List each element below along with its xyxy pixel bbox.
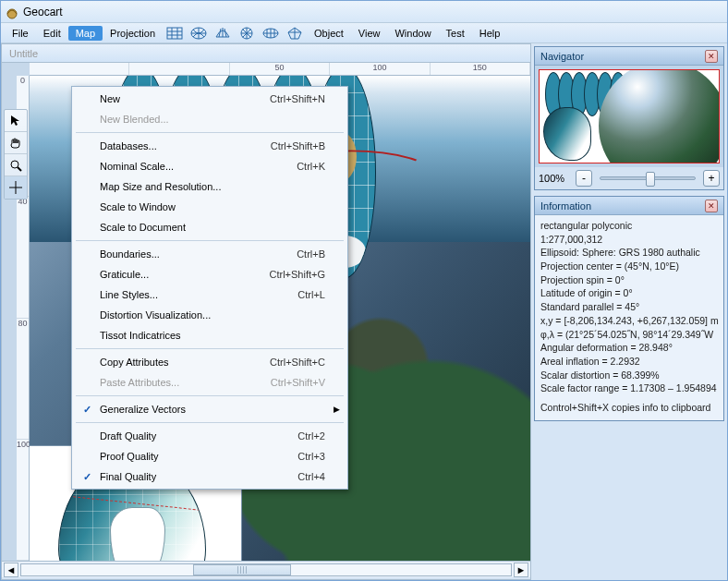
map-menu-dropdown[interactable]: NewCtrl+Shift+NNew Blended...Databases..… — [71, 86, 348, 490]
ruler-tick: 100 — [330, 63, 430, 75]
menu-item[interactable]: Tissot Indicatrices — [74, 325, 346, 345]
menu-item[interactable]: NewCtrl+Shift+N — [74, 89, 346, 109]
grid-icon[interactable] — [164, 25, 185, 42]
crosshair-tool[interactable] — [5, 176, 27, 199]
body: Untitle 50 100 150 0 40 80 100 — [1, 43, 727, 580]
menu-item-label: Final Quality — [100, 471, 297, 482]
menu-item[interactable]: Copy AttributesCtrl+Shift+C — [74, 352, 346, 372]
fan-icon[interactable] — [212, 25, 233, 42]
menu-item-label: Scale to Window — [100, 201, 325, 212]
menu-item-label: Graticule... — [100, 269, 269, 280]
menu-item-label: Nominal Scale... — [100, 161, 297, 172]
menu-item[interactable]: ✓Generalize Vectors▶ — [74, 399, 346, 419]
nav-globe — [599, 69, 720, 163]
submenu-arrow-icon: ▶ — [334, 405, 340, 414]
pentagon-icon[interactable] — [285, 25, 305, 42]
menu-item[interactable]: Scale to Document — [74, 217, 346, 237]
info-line: Projection center = (45°N, 10°E) — [540, 260, 718, 273]
menu-map[interactable]: Map — [68, 26, 103, 41]
info-line: x,y = [-8,206,134.243, +6,267,132.059] m — [540, 314, 718, 328]
zoom-in-button[interactable]: + — [703, 170, 720, 187]
menu-item[interactable]: Nominal Scale...Ctrl+K — [74, 156, 346, 176]
close-icon[interactable]: ✕ — [705, 50, 718, 63]
zoom-tool[interactable] — [5, 154, 27, 176]
svg-line-8 — [18, 167, 21, 171]
menu-item-shortcut: Ctrl+4 — [297, 471, 325, 482]
scroll-thumb[interactable] — [193, 564, 291, 575]
scroll-track[interactable] — [20, 563, 512, 576]
app-title: Geocart — [23, 6, 63, 18]
tool-palette[interactable] — [4, 109, 28, 200]
ruler-horizontal: 50 100 150 — [30, 63, 530, 76]
info-line: 1:277,000,312 — [540, 233, 718, 247]
zoom-out-button[interactable]: - — [576, 170, 592, 187]
ruler-tick: 80 — [17, 319, 29, 440]
title-bar: Geocart — [1, 1, 727, 23]
document-titlebar: Untitle — [2, 44, 530, 63]
menu-view[interactable]: View — [351, 26, 388, 41]
menu-projection[interactable]: Projection — [103, 26, 163, 41]
ruler-tick: 150 — [431, 63, 530, 75]
information-panel: Information ✕ rectangular polyconic 1:27… — [534, 196, 724, 421]
info-line: Areal inflation = 2.2932 — [540, 355, 718, 369]
menu-item-shortcut: Ctrl+B — [297, 248, 325, 260]
menu-item[interactable]: Distortion Visualization... — [74, 305, 346, 325]
close-icon[interactable]: ✕ — [705, 200, 718, 212]
menu-item: Paste Attributes...Ctrl+Shift+V — [74, 372, 346, 393]
menu-test[interactable]: Test — [439, 26, 472, 41]
right-column: Navigator ✕ — [531, 43, 727, 580]
menu-item[interactable]: Proof QualityCtrl+3 — [74, 446, 346, 466]
menu-item-shortcut: Ctrl+Shift+N — [270, 93, 325, 104]
information-body: rectangular polyconic 1:277,000,312 Elli… — [535, 215, 723, 420]
menu-item[interactable]: Scale to Window — [74, 197, 346, 217]
menu-item[interactable]: Draft QualityCtrl+2 — [74, 426, 346, 446]
info-line: φ,λ = (21°25´54.025˝N, 98°14´29.349˝W — [540, 328, 718, 342]
check-icon: ✓ — [79, 404, 94, 416]
menu-item-label: Distortion Visualization... — [100, 309, 325, 321]
pointer-tool[interactable] — [5, 110, 27, 132]
menu-item-label: New — [100, 93, 270, 104]
info-line: Scalar distortion = 68.399% — [540, 369, 718, 382]
menu-item-shortcut: Ctrl+K — [297, 161, 325, 172]
oval-icon[interactable] — [188, 25, 209, 42]
menu-item[interactable]: Databases...Ctrl+Shift+B — [74, 136, 346, 156]
horizontal-scrollbar[interactable]: ◄ ► — [2, 561, 530, 577]
menu-item[interactable]: Map Size and Resolution... — [74, 176, 346, 197]
hand-tool[interactable] — [5, 132, 27, 154]
scroll-right-arrow-icon[interactable]: ► — [514, 563, 528, 577]
information-title: Information — [540, 200, 591, 212]
menu-item[interactable]: Graticule...Ctrl+Shift+G — [74, 264, 346, 284]
nav-inset — [543, 107, 591, 161]
menu-item-label: Tissot Indicatrices — [100, 330, 325, 341]
navigator-title-bar[interactable]: Navigator ✕ — [535, 47, 723, 66]
menu-item-label: Line Styles... — [100, 289, 297, 300]
app-icon — [5, 5, 19, 19]
zoom-slider[interactable] — [600, 176, 696, 180]
menu-edit[interactable]: Edit — [36, 26, 68, 41]
menu-file[interactable]: File — [5, 26, 36, 41]
menu-item-shortcut: Ctrl+L — [297, 289, 325, 300]
navigator-preview[interactable] — [539, 69, 720, 163]
app-window: Geocart File Edit Map Projection Object … — [0, 0, 728, 581]
menu-object[interactable]: Object — [307, 26, 351, 41]
check-icon: ✓ — [79, 471, 94, 483]
menu-item-label: Boundaries... — [100, 248, 297, 260]
menu-help[interactable]: Help — [472, 26, 508, 41]
zoom-slider-handle[interactable] — [646, 172, 655, 187]
info-line: Ellipsoid: Sphere: GRS 1980 authalic — [540, 246, 718, 260]
scroll-left-arrow-icon[interactable]: ◄ — [4, 563, 18, 577]
info-line: Standard parallel = 45° — [540, 300, 718, 314]
info-line: Scale factor range = 1.17308 – 1.954894 — [540, 381, 718, 395]
menu-item[interactable]: Boundaries...Ctrl+B — [74, 244, 346, 264]
navigator-controls: 100% - + — [535, 167, 723, 189]
menu-item-shortcut: Ctrl+Shift+G — [269, 269, 325, 280]
wheel-icon[interactable] — [237, 25, 257, 42]
menu-item[interactable]: ✓Final QualityCtrl+4 — [74, 466, 346, 487]
info-line: Angular deformation = 28.948° — [540, 341, 718, 355]
navigator-title: Navigator — [540, 51, 584, 62]
ellipse-icon[interactable] — [261, 25, 281, 42]
menu-window[interactable]: Window — [387, 26, 438, 41]
information-title-bar[interactable]: Information ✕ — [535, 197, 723, 215]
south-america-outline — [110, 507, 165, 561]
menu-item[interactable]: Line Styles...Ctrl+L — [74, 284, 346, 305]
